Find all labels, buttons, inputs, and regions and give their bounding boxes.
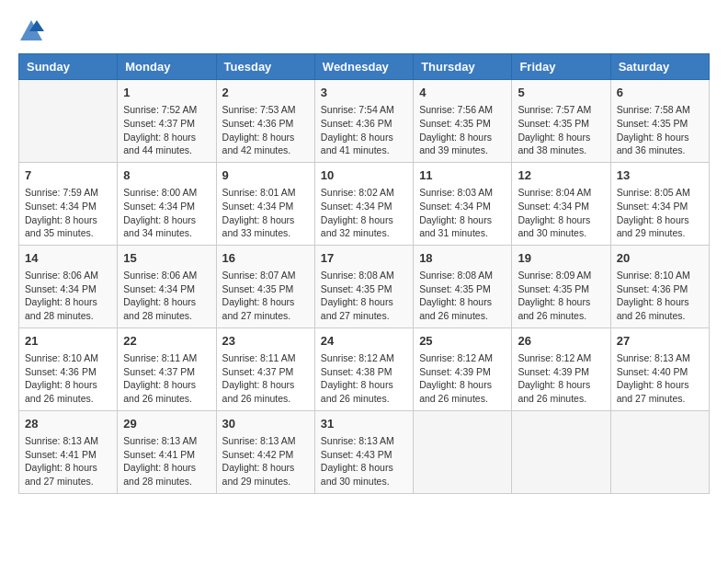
- day-number: 2: [222, 85, 309, 101]
- cell-details: Sunrise: 8:08 AMSunset: 4:35 PMDaylight:…: [321, 269, 407, 323]
- cell-details: Sunrise: 8:00 AMSunset: 4:34 PMDaylight:…: [123, 186, 210, 240]
- cell-details: Sunrise: 7:57 AMSunset: 4:35 PMDaylight:…: [518, 103, 604, 157]
- sunrise-text: Sunrise: 8:00 AM: [123, 186, 210, 200]
- daylight-text: Daylight: 8 hours and 28 minutes.: [123, 461, 210, 488]
- sunrise-text: Sunrise: 8:13 AM: [25, 434, 111, 448]
- day-number: 12: [518, 167, 604, 184]
- sunrise-text: Sunrise: 7:57 AM: [518, 103, 604, 117]
- sunrise-text: Sunrise: 8:13 AM: [123, 434, 210, 448]
- day-number: 16: [222, 250, 309, 267]
- calendar-cell: 22Sunrise: 8:11 AMSunset: 4:37 PMDayligh…: [118, 327, 216, 410]
- sunrise-text: Sunrise: 8:10 AM: [25, 351, 111, 365]
- sunrise-text: Sunrise: 8:03 AM: [419, 186, 506, 200]
- sunset-text: Sunset: 4:42 PM: [222, 448, 309, 462]
- cell-details: Sunrise: 8:10 AMSunset: 4:36 PMDaylight:…: [25, 351, 111, 406]
- daylight-text: Daylight: 8 hours and 27 minutes.: [25, 461, 111, 488]
- calendar-cell: [414, 410, 512, 493]
- sunset-text: Sunset: 4:34 PM: [617, 200, 703, 213]
- daylight-text: Daylight: 8 hours and 27 minutes.: [222, 295, 309, 322]
- calendar-cell: 6Sunrise: 7:58 AMSunset: 4:35 PMDaylight…: [610, 80, 709, 163]
- day-number: 21: [25, 333, 111, 350]
- cell-details: Sunrise: 8:02 AMSunset: 4:34 PMDaylight:…: [321, 186, 407, 240]
- day-number: 28: [25, 416, 111, 432]
- daylight-text: Daylight: 8 hours and 32 minutes.: [321, 213, 407, 240]
- calendar-cell: 13Sunrise: 8:05 AMSunset: 4:34 PMDayligh…: [610, 162, 709, 245]
- cell-details: Sunrise: 8:09 AMSunset: 4:35 PMDaylight:…: [518, 269, 604, 323]
- calendar-cell: 2Sunrise: 7:53 AMSunset: 4:36 PMDaylight…: [216, 80, 314, 163]
- daylight-text: Daylight: 8 hours and 38 minutes.: [518, 131, 604, 157]
- cell-details: Sunrise: 8:13 AMSunset: 4:41 PMDaylight:…: [25, 434, 111, 488]
- sunset-text: Sunset: 4:34 PM: [123, 282, 210, 296]
- sunrise-text: Sunrise: 8:01 AM: [222, 186, 309, 200]
- day-number: 18: [419, 250, 506, 267]
- daylight-text: Daylight: 8 hours and 29 minutes.: [617, 213, 703, 240]
- calendar-cell: 18Sunrise: 8:08 AMSunset: 4:35 PMDayligh…: [414, 245, 512, 327]
- sunset-text: Sunset: 4:35 PM: [617, 117, 703, 131]
- weekday-header-friday: Friday: [512, 54, 610, 80]
- daylight-text: Daylight: 8 hours and 33 minutes.: [222, 213, 309, 240]
- calendar-week-row: 21Sunrise: 8:10 AMSunset: 4:36 PMDayligh…: [19, 327, 710, 410]
- calendar-cell: 16Sunrise: 8:07 AMSunset: 4:35 PMDayligh…: [216, 245, 314, 327]
- sunrise-text: Sunrise: 7:52 AM: [123, 103, 210, 117]
- cell-details: Sunrise: 8:12 AMSunset: 4:39 PMDaylight:…: [518, 351, 604, 406]
- weekday-header-saturday: Saturday: [610, 54, 709, 80]
- sunrise-text: Sunrise: 8:09 AM: [518, 269, 604, 282]
- calendar-cell: 15Sunrise: 8:06 AMSunset: 4:34 PMDayligh…: [118, 245, 216, 327]
- day-number: 25: [419, 333, 506, 350]
- daylight-text: Daylight: 8 hours and 42 minutes.: [222, 131, 309, 157]
- calendar-cell: 8Sunrise: 8:00 AMSunset: 4:34 PMDaylight…: [118, 162, 216, 245]
- weekday-header-row: SundayMondayTuesdayWednesdayThursdayFrid…: [19, 54, 710, 80]
- calendar-cell: 5Sunrise: 7:57 AMSunset: 4:35 PMDaylight…: [512, 80, 610, 163]
- daylight-text: Daylight: 8 hours and 26 minutes.: [419, 378, 506, 405]
- calendar-cell: 4Sunrise: 7:56 AMSunset: 4:35 PMDaylight…: [414, 80, 512, 163]
- cell-details: Sunrise: 7:53 AMSunset: 4:36 PMDaylight:…: [222, 103, 309, 157]
- sunrise-text: Sunrise: 8:13 AM: [617, 351, 703, 365]
- daylight-text: Daylight: 8 hours and 26 minutes.: [222, 378, 309, 405]
- sunrise-text: Sunrise: 8:13 AM: [222, 434, 309, 448]
- sunset-text: Sunset: 4:43 PM: [321, 448, 407, 462]
- sunrise-text: Sunrise: 7:59 AM: [25, 186, 111, 200]
- day-number: 4: [419, 85, 506, 101]
- calendar-cell: 12Sunrise: 8:04 AMSunset: 4:34 PMDayligh…: [512, 162, 610, 245]
- cell-details: Sunrise: 7:59 AMSunset: 4:34 PMDaylight:…: [25, 186, 111, 240]
- sunset-text: Sunset: 4:34 PM: [25, 200, 111, 213]
- day-number: 13: [617, 167, 703, 184]
- calendar-cell: 7Sunrise: 7:59 AMSunset: 4:34 PMDaylight…: [19, 162, 118, 245]
- cell-details: Sunrise: 8:13 AMSunset: 4:41 PMDaylight:…: [123, 434, 210, 488]
- cell-details: Sunrise: 8:13 AMSunset: 4:42 PMDaylight:…: [222, 434, 309, 488]
- calendar-week-row: 7Sunrise: 7:59 AMSunset: 4:34 PMDaylight…: [19, 162, 710, 245]
- calendar-cell: 28Sunrise: 8:13 AMSunset: 4:41 PMDayligh…: [19, 410, 118, 493]
- calendar-cell: [610, 410, 709, 493]
- day-number: 1: [123, 85, 210, 101]
- sunrise-text: Sunrise: 8:13 AM: [321, 434, 407, 448]
- cell-details: Sunrise: 8:06 AMSunset: 4:34 PMDaylight:…: [25, 269, 111, 323]
- sunrise-text: Sunrise: 8:04 AM: [518, 186, 604, 200]
- sunset-text: Sunset: 4:37 PM: [222, 365, 309, 379]
- day-number: 26: [518, 333, 604, 350]
- sunset-text: Sunset: 4:34 PM: [419, 200, 506, 213]
- sunset-text: Sunset: 4:35 PM: [518, 117, 604, 131]
- sunrise-text: Sunrise: 8:08 AM: [321, 269, 407, 282]
- sunrise-text: Sunrise: 8:08 AM: [419, 269, 506, 282]
- cell-details: Sunrise: 8:11 AMSunset: 4:37 PMDaylight:…: [123, 351, 210, 406]
- calendar-cell: 19Sunrise: 8:09 AMSunset: 4:35 PMDayligh…: [512, 245, 610, 327]
- cell-details: Sunrise: 8:07 AMSunset: 4:35 PMDaylight:…: [222, 269, 309, 323]
- sunset-text: Sunset: 4:41 PM: [123, 448, 210, 462]
- sunset-text: Sunset: 4:36 PM: [321, 117, 407, 131]
- sunrise-text: Sunrise: 7:53 AM: [222, 103, 309, 117]
- day-number: 7: [25, 167, 111, 184]
- sunset-text: Sunset: 4:34 PM: [518, 200, 604, 213]
- daylight-text: Daylight: 8 hours and 30 minutes.: [518, 213, 604, 240]
- cell-details: Sunrise: 8:13 AMSunset: 4:43 PMDaylight:…: [321, 434, 407, 488]
- day-number: 20: [617, 250, 703, 267]
- calendar-cell: 27Sunrise: 8:13 AMSunset: 4:40 PMDayligh…: [610, 327, 709, 410]
- sunrise-text: Sunrise: 7:54 AM: [321, 103, 407, 117]
- calendar-cell: [19, 80, 118, 163]
- sunset-text: Sunset: 4:36 PM: [25, 365, 111, 379]
- sunrise-text: Sunrise: 7:58 AM: [617, 103, 703, 117]
- day-number: 10: [321, 167, 407, 184]
- calendar-week-row: 14Sunrise: 8:06 AMSunset: 4:34 PMDayligh…: [19, 245, 710, 327]
- day-number: 23: [222, 333, 309, 350]
- calendar-cell: 17Sunrise: 8:08 AMSunset: 4:35 PMDayligh…: [314, 245, 413, 327]
- calendar-cell: 20Sunrise: 8:10 AMSunset: 4:36 PMDayligh…: [610, 245, 709, 327]
